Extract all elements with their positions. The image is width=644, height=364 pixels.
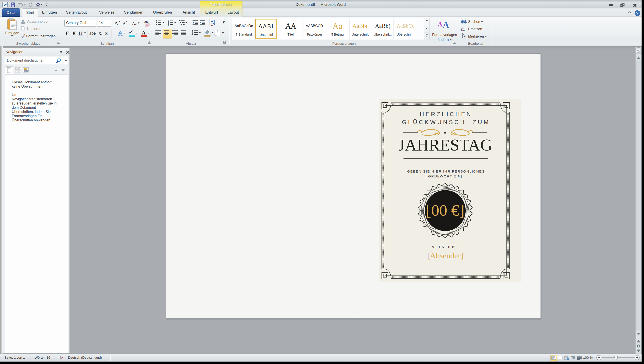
svg-text:Z: Z — [211, 23, 213, 26]
svg-text:3: 3 — [168, 24, 169, 26]
svg-text:W: W — [3, 3, 7, 7]
svg-text:ab: ab — [461, 26, 464, 29]
svg-text:A: A — [442, 20, 450, 29]
svg-text:2: 2 — [101, 34, 102, 37]
svg-text:Ω: Ω — [36, 2, 40, 8]
svg-text:A: A — [122, 21, 126, 26]
svg-text:ac: ac — [462, 29, 466, 32]
svg-text:x: x — [98, 31, 101, 36]
svg-text:?: ? — [636, 11, 638, 15]
svg-text:F: F — [66, 31, 69, 36]
svg-text:Aa: Aa — [132, 21, 138, 26]
svg-text:A: A — [438, 21, 442, 28]
svg-text:A: A — [142, 30, 146, 36]
svg-text:x: x — [105, 31, 108, 36]
svg-text:¶: ¶ — [223, 20, 226, 27]
svg-text:A: A — [114, 20, 118, 27]
svg-text:K: K — [72, 31, 76, 36]
svg-text:ab: ab — [144, 20, 148, 24]
svg-text:A: A — [118, 30, 122, 37]
svg-text:U: U — [78, 31, 82, 36]
svg-text:A: A — [211, 20, 213, 23]
svg-text:2: 2 — [108, 30, 109, 34]
